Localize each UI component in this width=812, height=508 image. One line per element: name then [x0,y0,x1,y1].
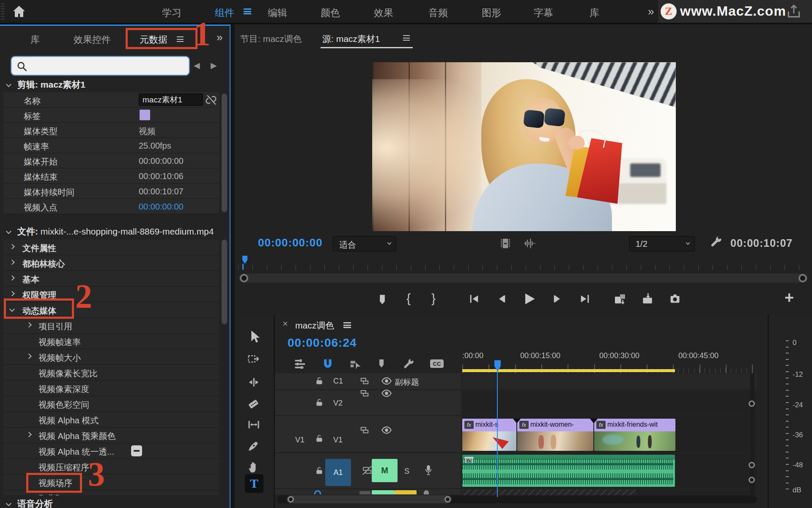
tab-program-monitor[interactable]: 节目: macz调色 [240,33,302,45]
list-item[interactable]: 项目引用 [3,318,219,334]
ripple-edit-tool-icon[interactable] [247,376,261,389]
tab-libraries[interactable]: 库 [590,6,599,19]
mute-button[interactable]: M [372,459,398,482]
list-item[interactable]: 视频像素长宽比 [3,365,219,381]
file-list-scrollbar[interactable] [222,240,227,324]
source-current-timecode[interactable]: 00:00:00:00 [258,236,323,249]
track-name[interactable]: V1 [333,436,343,444]
tab-effect-controls[interactable]: 效果控件 [74,33,111,46]
source-scrollbar[interactable] [239,273,808,283]
timeline-marker-icon[interactable] [376,358,387,369]
eye-icon[interactable] [381,377,392,385]
source-monitor-menu-icon[interactable] [403,35,410,42]
close-icon[interactable]: × [283,318,288,329]
solo-button[interactable]: S [404,467,409,476]
list-item[interactable]: 文件属性 [3,240,219,255]
link-disabled-icon[interactable] [206,94,217,105]
track-v2-content[interactable] [462,390,757,415]
playback-resolution-select[interactable]: 1/2 [629,236,695,251]
video-in-point-value[interactable]: 00:00:00:00 [139,202,184,212]
track-resize-handle[interactable] [749,462,755,468]
lock-icon[interactable] [314,490,321,494]
sync-lock-icon[interactable] [359,491,370,494]
step-back-icon[interactable] [495,293,508,305]
mark-in-icon[interactable]: { [406,291,411,306]
slip-tool-icon[interactable] [247,418,261,431]
timeline-zoom-scrollbar[interactable] [277,495,757,503]
timeline-clip-2[interactable]: fxmixkit-women- [517,419,593,451]
timeline-clip-3[interactable]: fxmixkit-friends-wit [594,419,675,451]
list-item[interactable]: 视频 Alpha 预乘颜色 [3,428,219,443]
sync-lock-icon[interactable] [359,376,370,386]
audio-track-a1-button[interactable]: A1 [325,459,351,486]
step-forward-icon[interactable] [551,293,564,305]
list-item[interactable]: 视频色彩空间 [3,396,219,412]
sequence-tab[interactable]: macz调色 [295,320,334,331]
track-v1-content[interactable]: fxmixkit-s fxmixkit-women- fxmixkit-frie… [462,416,757,452]
linked-selection-icon[interactable] [348,358,362,370]
tab-captions[interactable]: 字幕 [534,6,553,19]
tab-edit[interactable]: 编辑 [268,6,287,19]
source-patch-v1[interactable]: V1 [295,436,304,444]
settings-wrench-icon[interactable] [709,235,723,249]
button-editor-plus-icon[interactable]: + [785,289,794,307]
list-item[interactable]: 视频帧速率 [3,334,219,349]
list-item[interactable]: 视频 Alpha 模式 [3,412,219,428]
selection-tool-icon[interactable] [247,329,261,344]
track-resize-handle[interactable] [749,477,755,483]
assembly-menu-icon[interactable] [244,8,251,16]
track-name[interactable]: C1 [333,377,343,386]
captions-cc-icon[interactable]: CC [430,358,444,370]
razor-tool-icon[interactable] [247,397,260,411]
metadata-search[interactable] [11,56,189,75]
tab-libraries-panel[interactable]: 库 [30,33,40,46]
mark-out-icon[interactable]: } [431,291,436,306]
timeline-current-timecode[interactable]: 00:00:06:24 [288,336,357,350]
export-icon[interactable] [786,3,802,19]
zoom-handle-right[interactable] [444,496,451,502]
workspace-overflow-icon[interactable]: » [648,5,653,18]
tab-color[interactable]: 颜色 [321,6,340,19]
hand-tool-icon[interactable] [247,461,260,474]
tab-learn[interactable]: 学习 [162,6,181,19]
timeline-menu-icon[interactable] [343,322,351,330]
sync-lock-icon[interactable] [359,425,370,435]
mic-icon[interactable] [424,464,433,476]
export-frame-icon[interactable] [669,293,681,305]
prev-result-icon[interactable]: ◀ [194,61,200,70]
play-icon[interactable] [521,291,537,306]
source-mini-ruler[interactable] [238,257,809,270]
pen-tool-icon[interactable] [247,439,260,453]
speech-analysis-header[interactable]: 语音分析 [7,498,53,508]
list-item[interactable]: 视频像素深度 [3,381,219,396]
audio-clip[interactable]: fx [462,455,675,487]
clip-name-field[interactable] [139,94,203,106]
track-a1-content[interactable]: fx [462,453,757,488]
insert-icon[interactable] [613,292,627,306]
add-marker-icon[interactable] [376,293,388,306]
tab-audio[interactable]: 音频 [428,6,448,19]
lock-icon[interactable] [315,434,324,443]
tab-effects[interactable]: 效果 [374,6,393,19]
mic-icon[interactable] [424,490,429,494]
tab-graphics[interactable]: 图形 [482,6,501,19]
zoom-scrollbar-thumb[interactable] [287,495,452,503]
go-to-in-icon[interactable] [468,293,480,305]
tab-assembly[interactable]: 组件 [215,6,234,19]
lock-icon[interactable] [315,398,324,407]
panel-overflow-icon[interactable]: » [217,31,222,44]
lock-icon[interactable] [315,376,324,386]
sync-lock-disabled-icon[interactable] [362,465,373,475]
zoom-level-select[interactable]: 适合 [333,236,396,251]
track-select-forward-tool-icon[interactable] [247,353,261,366]
mute-button[interactable] [372,490,395,494]
clip-section-header[interactable]: 剪辑: macz素材1 [7,79,85,91]
overwrite-icon[interactable] [641,292,654,306]
list-item[interactable]: 视频 Alpha 统一透... [3,443,219,459]
type-tool-icon[interactable]: T [245,474,263,493]
video-preview[interactable] [372,62,676,231]
eye-icon[interactable] [381,389,392,398]
metadata-scrollbar[interactable] [222,94,227,212]
timeline-wrench-icon[interactable] [402,358,415,370]
scrollbar-handle-right[interactable] [798,274,807,282]
